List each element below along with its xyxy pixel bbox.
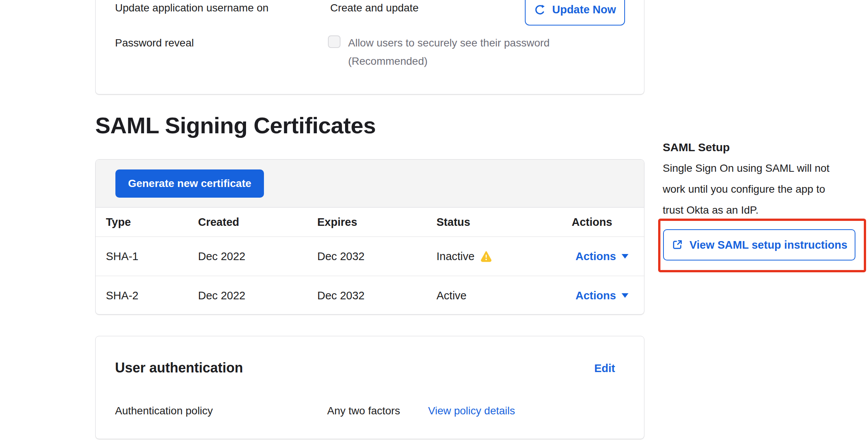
- caret-down-icon: [622, 293, 628, 298]
- app-settings-card: Update application username on Create an…: [95, 0, 644, 94]
- column-header-expires: Expires: [307, 216, 426, 228]
- column-header-status: Status: [426, 216, 561, 228]
- cert-expires: Dec 2032: [307, 250, 426, 263]
- table-row: SHA-2 Dec 2022 Dec 2032 Active Actions: [96, 276, 644, 315]
- description-line: trust Okta as an IdP.: [663, 200, 830, 220]
- actions-dropdown[interactable]: Actions: [575, 250, 628, 263]
- status-text: Active: [436, 289, 467, 302]
- cert-expires: Dec 2032: [307, 289, 426, 302]
- caret-down-icon: [622, 254, 628, 259]
- cert-status: Active: [426, 289, 561, 302]
- column-header-actions: Actions: [561, 216, 644, 228]
- external-link-icon: [671, 239, 683, 251]
- user-authentication-card: User authentication Edit Authentication …: [95, 336, 644, 439]
- cert-status: Inactive: [426, 250, 561, 263]
- status-text: Inactive: [436, 250, 475, 263]
- generate-new-certificate-button[interactable]: Generate new certificate: [115, 169, 264, 198]
- password-reveal-label: Password reveal: [115, 37, 194, 49]
- actions-dropdown[interactable]: Actions: [575, 289, 628, 302]
- update-now-button[interactable]: Update Now: [525, 0, 625, 26]
- saml-signing-certificates-heading: SAML Signing Certificates: [95, 112, 376, 139]
- column-header-type: Type: [96, 216, 188, 228]
- refresh-icon: [534, 3, 546, 16]
- password-reveal-recommended: (Recommended): [348, 55, 428, 67]
- user-authentication-title: User authentication: [115, 360, 243, 376]
- cert-type: SHA-1: [96, 250, 188, 263]
- view-saml-setup-instructions-button[interactable]: View SAML setup instructions: [663, 229, 855, 260]
- table-header-row: Type Created Expires Status Actions: [96, 208, 644, 236]
- edit-link[interactable]: Edit: [594, 362, 615, 375]
- actions-label: Actions: [575, 289, 616, 302]
- update-username-value: Create and update: [330, 2, 419, 14]
- update-now-label: Update Now: [552, 3, 616, 16]
- cert-created: Dec 2022: [188, 289, 307, 302]
- actions-label: Actions: [575, 250, 616, 263]
- description-line: work until you configure the app to: [663, 179, 830, 200]
- cert-created: Dec 2022: [188, 250, 307, 263]
- password-reveal-description: Allow users to securely see their passwo…: [348, 37, 550, 49]
- saml-setup-title: SAML Setup: [663, 141, 730, 154]
- column-header-created: Created: [188, 216, 307, 228]
- certificates-card: Generate new certificate Type Created Ex…: [95, 159, 644, 315]
- update-username-label: Update application username on: [115, 2, 269, 14]
- cert-type: SHA-2: [96, 289, 188, 302]
- table-row: SHA-1 Dec 2022 Dec 2032 Inactive Actions: [96, 236, 644, 276]
- certificates-toolbar: Generate new certificate: [96, 160, 644, 208]
- warning-icon: [480, 250, 492, 263]
- saml-setup-description: Single Sign On using SAML will not work …: [663, 158, 830, 220]
- page-canvas: Update application username on Create an…: [0, 0, 868, 441]
- password-reveal-checkbox[interactable]: [328, 35, 340, 48]
- view-policy-details-link[interactable]: View policy details: [428, 405, 515, 417]
- authentication-policy-value: Any two factors: [327, 405, 400, 417]
- description-line: Single Sign On using SAML will not: [663, 158, 830, 179]
- authentication-policy-label: Authentication policy: [115, 405, 213, 417]
- saml-instructions-label: View SAML setup instructions: [689, 239, 847, 251]
